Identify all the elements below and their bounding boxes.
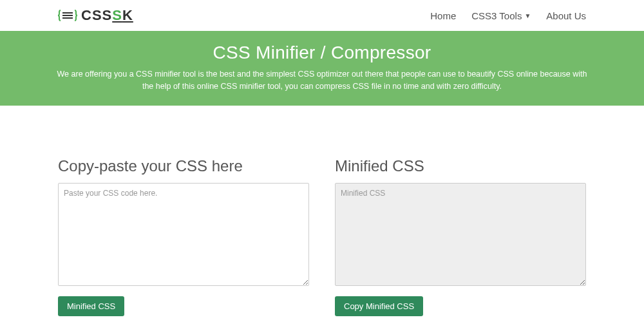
nav-link-home[interactable]: Home — [430, 10, 456, 21]
nav-link-label: CSS3 Tools — [471, 10, 522, 21]
nav-link-css3tools[interactable]: CSS3 Tools ▼ — [471, 10, 531, 21]
hero-description: We are offering you a CSS minifier tool … — [52, 68, 592, 93]
chevron-down-icon: ▼ — [524, 12, 531, 19]
navbar: CSSSK Home CSS3 Tools ▼ About Us — [0, 0, 644, 31]
nav-link-about[interactable]: About Us — [546, 10, 586, 21]
input-panel: Copy-paste your CSS here Minified CSS — [58, 157, 309, 316]
logo[interactable]: CSSSK — [58, 5, 133, 26]
output-panel-title: Minified CSS — [335, 157, 586, 175]
logo-icon — [58, 5, 77, 26]
main-content: Copy-paste your CSS here Minified CSS Mi… — [0, 106, 644, 323]
hero-banner: CSS Minifier / Compressor We are offerin… — [0, 31, 644, 106]
logo-text: CSSSK — [81, 7, 133, 24]
hero-title: CSS Minifier / Compressor — [39, 43, 605, 63]
nav-links: Home CSS3 Tools ▼ About Us — [430, 10, 586, 21]
minify-button[interactable]: Minified CSS — [58, 296, 124, 316]
input-panel-title: Copy-paste your CSS here — [58, 157, 309, 175]
copy-button[interactable]: Copy Minified CSS — [335, 296, 423, 316]
css-input[interactable] — [58, 183, 309, 286]
output-panel: Minified CSS Copy Minified CSS — [335, 157, 586, 316]
css-output[interactable] — [335, 183, 586, 286]
